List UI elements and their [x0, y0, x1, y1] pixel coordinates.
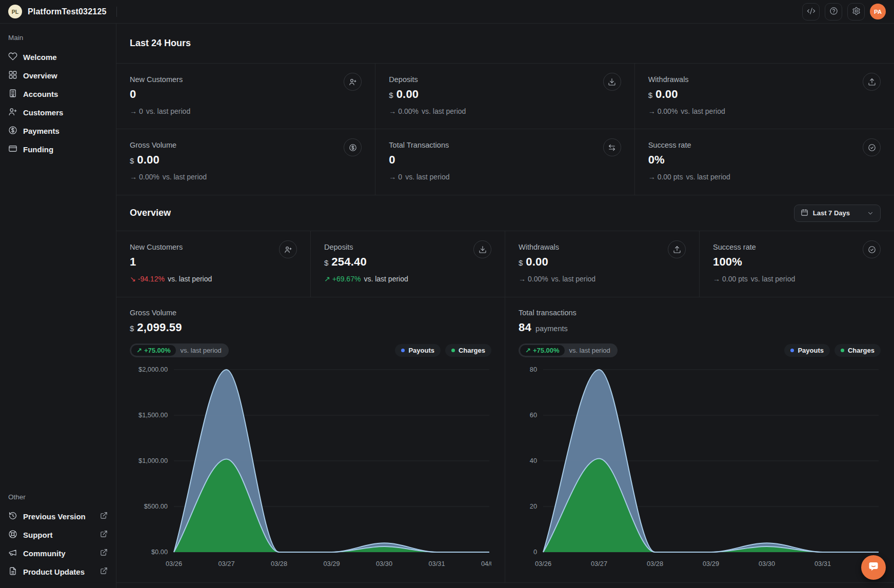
stat-value: 254.40 [331, 255, 367, 269]
gear-icon [852, 7, 861, 17]
sidebar-section-main: Main [5, 31, 111, 48]
credit-card-icon [8, 144, 17, 155]
sidebar-item-label: Customers [23, 108, 63, 117]
trend-up-arrow-icon: ↗ [525, 347, 531, 354]
legend-payouts[interactable]: Payouts [784, 344, 830, 357]
building-icon [8, 89, 17, 99]
sidebar-item-payments[interactable]: Payments [5, 121, 111, 140]
megaphone-icon [8, 548, 17, 559]
svg-text:03/27: 03/27 [218, 560, 234, 567]
sidebar-item-product-updates[interactable]: Product Updates [5, 562, 111, 581]
stat-value: 0 [389, 153, 395, 167]
check-circle-icon [863, 138, 881, 156]
currency-prefix: $ [389, 91, 393, 99]
org-avatar[interactable]: PL [8, 5, 22, 18]
last24-grid: New Customers 0 → 0 vs. last period [116, 64, 894, 195]
trend-arrow-icon: → [713, 275, 720, 283]
sidebar-item-welcome[interactable]: Welcome [5, 48, 111, 66]
file-text-icon [8, 566, 17, 577]
user-avatar[interactable]: PA [870, 4, 886, 19]
chart-value-suffix: payments [535, 325, 568, 333]
svg-text:03/30: 03/30 [759, 560, 775, 567]
overview-grid: New Customers 1 ↘ -94.12% vs. last perio… [116, 231, 894, 297]
payouts-dot-icon [790, 349, 794, 352]
stat-delta: → 0 vs. last period [130, 107, 362, 115]
grid-icon [8, 70, 17, 81]
chevron-down-icon [867, 210, 874, 217]
svg-text:$2,000.00: $2,000.00 [138, 366, 168, 373]
chart-title: Gross Volume [130, 309, 491, 317]
legend-charges[interactable]: Charges [835, 344, 881, 357]
stat-card-withdrawals: Withdrawals $ 0.00 → 0.00% vs. last peri… [635, 64, 894, 129]
svg-text:0: 0 [533, 548, 537, 556]
stat-value: 0.00 [396, 88, 419, 101]
stat-delta: → 0.00% vs. last period [519, 275, 686, 283]
stat-label: Withdrawals [648, 74, 689, 84]
external-link-icon [100, 549, 108, 558]
stat-label: Deposits [389, 74, 418, 84]
stat-label: Gross Volume [130, 139, 176, 149]
settings-button[interactable] [847, 3, 865, 21]
page-title-overview: Overview [130, 208, 171, 218]
help-button[interactable] [825, 3, 842, 21]
swap-arrows-icon [603, 138, 621, 156]
stat-delta: → 0.00 pts vs. last period [648, 173, 881, 181]
sidebar-item-label: Accounts [23, 90, 58, 98]
sidebar-item-support[interactable]: Support [5, 525, 111, 544]
gross-volume-area-chart: $0.00$500.00$1,000.00$1,500.00$2,000.000… [130, 361, 491, 571]
svg-text:03/26: 03/26 [535, 560, 551, 567]
overview-header: Overview Last 7 Days [116, 195, 894, 231]
stat-value: 0.00 [526, 255, 548, 269]
total-transactions-chart-card: Total transactions 84 payments ↗+75.00% … [505, 297, 894, 582]
sidebar-item-customers[interactable]: Customers [5, 103, 111, 121]
download-icon [473, 240, 491, 258]
external-link-icon [100, 530, 108, 539]
sidebar-item-funding[interactable]: Funding [5, 140, 111, 158]
dollar-circle-icon [8, 126, 17, 136]
charges-dot-icon [451, 349, 455, 352]
developers-button[interactable] [802, 3, 820, 21]
svg-text:40: 40 [530, 457, 537, 464]
stat-value: 1 [130, 255, 136, 269]
sidebar-item-label: Support [23, 531, 53, 539]
sidebar-item-overview[interactable]: Overview [5, 66, 111, 85]
upload-icon [668, 240, 686, 258]
sidebar-section-other: Other [5, 488, 111, 507]
sidebar-item-previous-version[interactable]: Previous Version [5, 507, 111, 525]
svg-text:$0.00: $0.00 [151, 548, 168, 556]
chat-launcher-button[interactable] [861, 555, 886, 580]
stat-label: Success rate [648, 139, 691, 149]
stat-value: 0.00 [655, 88, 678, 101]
sidebar-item-label: Welcome [23, 53, 57, 62]
sidebar-item-community[interactable]: Community [5, 544, 111, 562]
calendar-icon [801, 209, 808, 218]
svg-text:20: 20 [530, 502, 537, 510]
svg-text:60: 60 [530, 411, 537, 419]
legend-charges[interactable]: Charges [445, 344, 491, 357]
stat-label: Success rate [713, 241, 756, 251]
svg-text:03/28: 03/28 [647, 560, 663, 567]
date-range-label: Last 7 Days [813, 209, 850, 217]
life-buoy-icon [8, 530, 17, 540]
main-content: Last 24 Hours New Customers 0 → [116, 24, 894, 588]
svg-text:03/29: 03/29 [323, 560, 340, 567]
sidebar-item-accounts[interactable]: Accounts [5, 85, 111, 103]
external-link-icon [100, 512, 108, 521]
date-range-dropdown[interactable]: Last 7 Days [794, 205, 881, 222]
trend-badge: ↗+75.00% vs. last period [130, 343, 229, 357]
trend-badge: ↗+75.00% vs. last period [519, 343, 618, 357]
overview-card-success-rate: Success rate 100% → 0.00 pts vs. last pe… [700, 231, 894, 297]
chat-bubble-icon [867, 560, 880, 575]
sidebar-item-label: Funding [23, 145, 53, 154]
legend-payouts[interactable]: Payouts [395, 344, 441, 357]
sidebar-item-label: Payments [23, 127, 59, 135]
download-icon [603, 73, 621, 91]
chart-title: Total transactions [519, 309, 881, 317]
stat-delta: → 0.00% vs. last period [648, 107, 881, 115]
chart-value: 84 [519, 321, 531, 334]
currency-prefix: $ [324, 258, 328, 267]
stat-value: 0% [648, 153, 665, 167]
stat-label: Deposits [324, 241, 353, 251]
org-name[interactable]: PlatformTest032125 [28, 7, 107, 16]
stat-card-success-rate: Success rate 0% → 0.00 pts vs. last peri… [635, 129, 894, 195]
